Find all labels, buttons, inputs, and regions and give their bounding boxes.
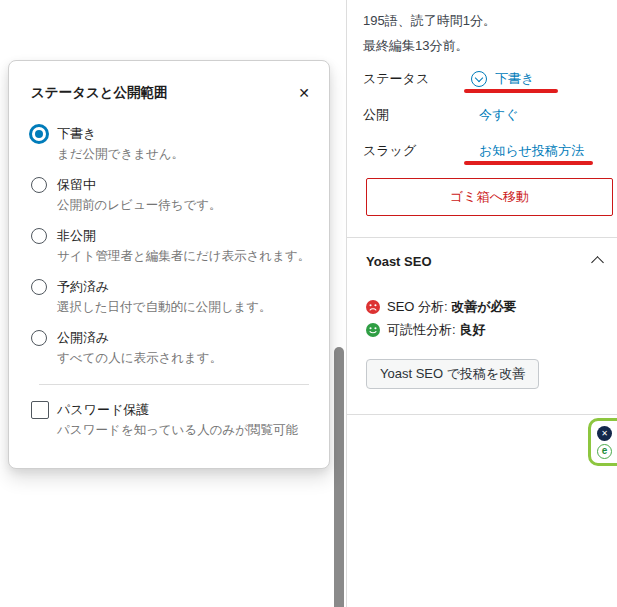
last-edited-text: 最終編集13分前。	[363, 33, 612, 58]
improve-post-button[interactable]: Yoast SEO で投稿を改善	[366, 359, 539, 389]
close-icon: ✕	[298, 85, 310, 101]
seo-analysis-row: SEO 分析: 改善が必要	[366, 295, 612, 318]
radio-option-published: 公開済み すべての人に表示されます。	[31, 329, 311, 367]
radio-private[interactable]	[31, 228, 47, 244]
radio-scheduled[interactable]	[31, 279, 47, 295]
readability-analysis-row: 可読性分析: 良好	[366, 318, 612, 341]
radio-draft[interactable]	[29, 124, 49, 144]
password-protect-option: パスワード保護 パスワードを知っている人のみが閲覧可能	[31, 401, 311, 439]
publish-row: 公開 今すぐ	[363, 104, 612, 126]
divider	[347, 414, 617, 415]
readability-analysis-text: 可読性分析: 良好	[387, 318, 485, 341]
status-value: 下書き	[495, 68, 534, 90]
post-settings-sidebar: 195語、読了時間1分。 最終編集13分前。 ステータス 下書き 公開 今すぐ …	[346, 0, 617, 607]
option-label: 下書き	[57, 125, 184, 143]
move-to-trash-button[interactable]: ゴミ箱へ移動	[366, 178, 613, 216]
status-visibility-popover: ステータスと公開範囲 ✕ 下書き まだ公開できません。 保留中 公開前のレビュー…	[8, 60, 330, 469]
smiley-face-icon	[366, 323, 380, 337]
publish-label: 公開	[363, 104, 471, 126]
publish-date-link[interactable]: 今すぐ	[479, 104, 519, 126]
status-row: ステータス 下書き	[363, 68, 612, 90]
radio-option-pending: 保留中 公開前のレビュー待ちです。	[31, 176, 311, 214]
password-description: パスワードを知っている人のみが閲覧可能	[57, 422, 298, 439]
seo-analysis-value: 改善が必要	[451, 299, 516, 314]
password-checkbox[interactable]	[31, 401, 49, 419]
readability-analysis-label: 可読性分析:	[387, 322, 459, 337]
widget-close-icon[interactable]: ✕	[597, 426, 612, 441]
option-description: 選択した日付で自動的に公開します。	[57, 299, 272, 316]
slug-label: スラッグ	[363, 140, 471, 162]
radio-option-scheduled: 予約済み 選択した日付で自動的に公開します。	[31, 278, 311, 316]
option-description: まだ公開できません。	[57, 146, 184, 163]
collapse-panel-button[interactable]	[589, 251, 606, 271]
radio-option-draft: 下書き まだ公開できません。	[31, 125, 311, 163]
readability-analysis-value: 良好	[459, 322, 485, 337]
red-annotation-underline	[464, 89, 558, 93]
option-description: サイト管理者と編集者にだけ表示されます。	[57, 248, 310, 265]
status-label: ステータス	[363, 68, 471, 90]
yoast-analysis: SEO 分析: 改善が必要 可読性分析: 良好	[366, 295, 612, 341]
visibility-options: 下書き まだ公開できません。 保留中 公開前のレビュー待ちです。 非公開 サイト…	[31, 125, 311, 367]
seo-analysis-label: SEO 分析:	[387, 299, 451, 314]
yoast-panel-title: Yoast SEO	[366, 254, 432, 269]
seo-analysis-text: SEO 分析: 改善が必要	[387, 295, 517, 318]
widget-logo-icon[interactable]: e	[597, 444, 612, 459]
yoast-panel-header[interactable]: Yoast SEO	[366, 251, 606, 271]
post-meta-rows: ステータス 下書き 公開 今すぐ スラッグ お知らせ投稿方法	[363, 68, 612, 162]
clipper-widget: ✕ e	[588, 418, 617, 466]
option-label: 保留中	[57, 176, 222, 194]
status-dropdown-button[interactable]: 下書き	[471, 68, 534, 90]
post-summary: 195語、読了時間1分。 最終編集13分前。	[363, 8, 612, 58]
scrollbar-thumb[interactable]	[334, 347, 344, 607]
slug-link[interactable]: お知らせ投稿方法	[479, 140, 584, 162]
close-button[interactable]: ✕	[291, 81, 317, 105]
option-label: 公開済み	[57, 329, 222, 347]
red-annotation-underline	[464, 161, 593, 165]
option-description: 公開前のレビュー待ちです。	[57, 197, 222, 214]
divider	[347, 237, 617, 238]
popover-title: ステータスと公開範囲	[31, 84, 168, 102]
sad-face-icon	[366, 300, 380, 314]
slug-row: スラッグ お知らせ投稿方法	[363, 140, 612, 162]
radio-option-private: 非公開 サイト管理者と編集者にだけ表示されます。	[31, 227, 311, 265]
radio-pending[interactable]	[31, 177, 47, 193]
popover-header: ステータスと公開範囲 ✕	[31, 81, 311, 105]
chevron-down-circle-icon	[471, 71, 487, 87]
option-label: 予約済み	[57, 278, 272, 296]
option-description: すべての人に表示されます。	[57, 350, 222, 367]
word-count-text: 195語、読了時間1分。	[363, 8, 612, 33]
option-label: 非公開	[57, 227, 310, 245]
chevron-up-icon	[591, 256, 604, 269]
divider	[39, 384, 309, 385]
radio-published[interactable]	[31, 330, 47, 346]
password-label: パスワード保護	[57, 401, 298, 419]
